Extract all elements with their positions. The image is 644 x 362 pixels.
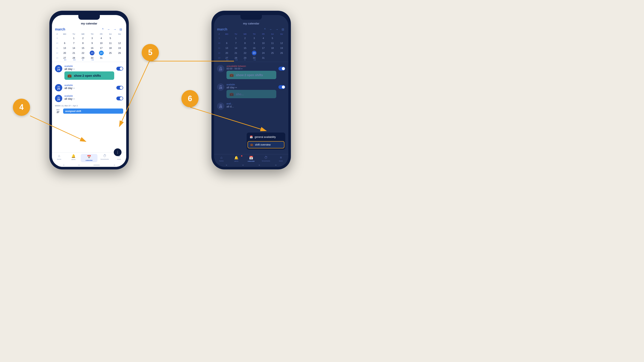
- cal-header: # MO TU WE TH FR SA SU: [54, 32, 124, 35]
- badge-6-label: 6: [188, 94, 192, 103]
- col-tu: TU: [69, 32, 78, 35]
- avail-toggle-fr24-dark[interactable]: [278, 85, 285, 89]
- avail-info-fr24-dark: available all day ✏ 💼 sho...: [226, 83, 276, 99]
- cal-week-11: 11 13 14 15 16 17 18 19: [54, 46, 124, 50]
- avail-row-sa25: SA 25 available all day ✏: [55, 82, 123, 93]
- timesheets-icon-dark: ⏱: [264, 156, 268, 160]
- context-item-shift-overview[interactable]: 💼 shift overview: [248, 141, 284, 148]
- cal-week-13: 13 27 28 29 30 31: [54, 55, 124, 60]
- day-badge-fr24-dark: FR 24: [217, 83, 224, 91]
- month-collapse-btn[interactable]: ^: [100, 27, 105, 32]
- phone2-screen: my calendar march ^ ← → ⊟ # MO TU WE TH …: [214, 15, 288, 167]
- alerts-icon: 🔔: [71, 154, 76, 158]
- nav-calendar[interactable]: 📅 calendar: [81, 154, 98, 162]
- badge-5-label: 5: [148, 48, 152, 57]
- month-next-btn[interactable]: →: [112, 27, 117, 32]
- briefcase-icon-dark: 💼: [230, 73, 234, 77]
- open-shifts-label-dark: show 2 open shifts: [236, 73, 263, 77]
- d2-week-11: 11 13 14 15 16 17 18 19: [216, 46, 286, 50]
- notch1: [78, 15, 100, 20]
- day-badge-su26: SU 26: [55, 95, 62, 102]
- sep-dark-1: [214, 62, 288, 62]
- avail-row-fr24: FR 24 available all day ✏ 💼 show 2 open …: [55, 63, 123, 82]
- nav-alerts-dark[interactable]: 🔔 alerts: [229, 156, 244, 162]
- alerts-icon-dark: 🔔: [234, 156, 238, 160]
- assigned-shift-bar: assigned shift: [63, 108, 123, 114]
- show-open-shifts-btn[interactable]: 💼 show 2 open shifts: [64, 71, 114, 80]
- month-cal-dark[interactable]: ⊟: [280, 27, 285, 32]
- nav-timesheets-dark[interactable]: ⏱ timesheets: [259, 156, 274, 162]
- cal-grid-dark: # MO TU WE TH FR SA SU 9 1 2 3 4 5: [214, 32, 288, 60]
- briefcase-context-icon: 💼: [250, 143, 253, 146]
- context-item-general-avail[interactable]: 📅 general availability: [247, 133, 285, 141]
- month-label-dark: march: [217, 27, 261, 31]
- nav-timesheets[interactable]: ⏱ timesheets: [98, 154, 112, 162]
- col-hash: #: [54, 32, 60, 35]
- d2-week-10: 10 6 7 8 9 10 11 12: [216, 41, 286, 45]
- notch2: [240, 15, 262, 20]
- avail-info-th23-dark: unavailable between 00:00 - 06:00 ✏ 💼 sh…: [226, 65, 276, 80]
- phone2-content: my calendar march ^ ← → ⊟ # MO TU WE TH …: [214, 20, 288, 167]
- calendar-context-icon: 📅: [250, 136, 253, 139]
- general-avail-label: general availability: [254, 136, 276, 139]
- nav-calendar-dark[interactable]: 📅 calendar: [244, 156, 258, 162]
- col-su: SU: [115, 32, 124, 35]
- month-prev-btn[interactable]: ←: [106, 27, 111, 32]
- phone1: my calendar march ^ ← → ⊟ # MO TU WE TH …: [49, 11, 129, 169]
- cal-header-dark: # MO TU WE TH FR SA SU: [216, 32, 286, 35]
- cal-week-9: 9 1 2 3 4 5: [54, 36, 124, 40]
- briefcase-icon-fr24: 💼: [230, 92, 234, 96]
- month-next-dark[interactable]: →: [274, 27, 279, 32]
- d2-week-13: 13 27 28 29 30 31: [216, 55, 286, 60]
- menu-dot-button[interactable]: ⋮: [114, 148, 122, 156]
- show-open-shifts-dark[interactable]: 💼 show 2 open shifts: [226, 71, 276, 79]
- nav-more-dark[interactable]: ≡ more: [274, 156, 288, 162]
- home-icon-dark: ⌂: [220, 156, 222, 160]
- month-collapse-dark[interactable]: ^: [262, 27, 267, 32]
- screen-title-dark: my calendar: [214, 20, 288, 26]
- alert-dot: [241, 155, 242, 157]
- col-th: TH: [88, 32, 97, 35]
- d2-week-9: 9 1 2 3 4 5: [216, 36, 286, 40]
- nav-home[interactable]: ⌂ home: [52, 154, 66, 162]
- avail-row-th23-dark: TH 23 unavailable between 00:00 - 06:00 …: [217, 63, 285, 82]
- avail-toggle-sa25[interactable]: [116, 86, 123, 90]
- assigned-row-mo27: MO 27 assigned shift: [55, 108, 123, 114]
- phone2: my calendar march ^ ← → ⊟ # MO TU WE TH …: [212, 11, 291, 169]
- calendar-grid: # MO TU WE TH FR SA SU 9 1 2 3 4: [52, 32, 126, 60]
- day-badge-sa25-dark: SA 25: [217, 102, 224, 110]
- badge-4-label: 4: [19, 103, 24, 112]
- col-fr: FR: [96, 32, 106, 35]
- cal-week-10: 10 6 7 8 9 10 11 12: [54, 41, 124, 45]
- col-we: WE: [78, 32, 88, 35]
- month-row: march ^ ← → ⊟: [52, 26, 126, 32]
- phone1-screen: my calendar march ^ ← → ⊟ # MO TU WE TH …: [52, 15, 126, 167]
- timesheets-icon: ⏱: [103, 154, 106, 158]
- col-mo: MO: [60, 32, 69, 35]
- avail-info-sa25-dark: avail... all d...: [226, 102, 285, 108]
- shift-overview-label: shift overview: [255, 143, 271, 146]
- d2-week-12: 12 20 21 22 23 24 25 26: [216, 51, 286, 55]
- avail-section: FR 24 available all day ✏ 💼 show 2 open …: [52, 63, 126, 152]
- avail-info-sa25: available all day ✏: [64, 84, 114, 90]
- day-badge-sa25: SA 25: [55, 84, 62, 91]
- day-badge-fr24: FR 24: [55, 65, 62, 72]
- avail-toggle-th23[interactable]: [278, 67, 285, 70]
- separator-1: [52, 62, 126, 62]
- more-icon-dark: ≡: [280, 156, 282, 160]
- open-shifts-fr24-dark: sho...: [236, 92, 244, 96]
- month-calendar-btn[interactable]: ⊟: [118, 27, 123, 32]
- avail-toggle-fr24[interactable]: [116, 67, 123, 70]
- avail-info-fr24: available all day ✏ 💼 show 2 open shifts: [64, 65, 114, 81]
- open-shifts-label: show 2 open shifts: [74, 74, 101, 77]
- avail-row-sa25-dark: SA 25 avail... all d...: [217, 101, 285, 111]
- nav-home-dark[interactable]: ⌂ home: [214, 156, 229, 162]
- avail-toggle-su26[interactable]: [116, 96, 123, 100]
- avail-row-su26: SU 26 available all day ✏: [55, 93, 123, 104]
- home-indicator-1: [52, 164, 126, 167]
- show-open-shifts-fr24-dark[interactable]: 💼 sho...: [226, 90, 276, 98]
- col-sa: SA: [106, 32, 115, 35]
- nav-alerts[interactable]: 🔔 alerts: [66, 154, 81, 162]
- month-prev-dark[interactable]: ←: [268, 27, 273, 32]
- month-label: march: [55, 27, 99, 31]
